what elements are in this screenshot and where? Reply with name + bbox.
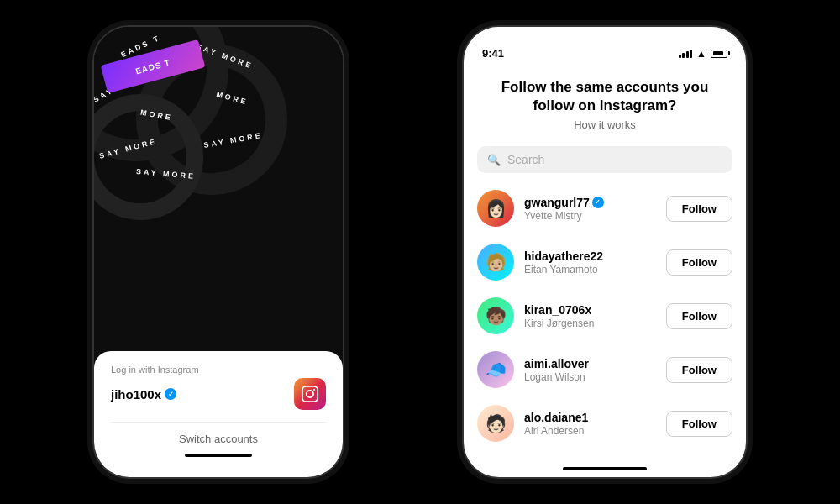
time: 9:41 — [482, 47, 504, 60]
account-username: hidayathere22 — [524, 249, 656, 263]
avatar: 🧒🏽 — [477, 297, 514, 334]
account-display-name: Yvette Mistry — [524, 210, 656, 222]
search-icon: 🔍 — [487, 154, 501, 166]
notch — [571, 32, 638, 39]
account-row: 👩🏻gwangurl77✓Yvette MistryFollow — [464, 181, 746, 235]
account-display-name: Airi Andersen — [524, 425, 656, 437]
username: jiho100x — [111, 387, 161, 402]
follow-header: Follow the same accounts you follow on I… — [464, 63, 746, 138]
avatar: 🧑🏻 — [477, 405, 514, 442]
avatar: 🧢 — [477, 351, 514, 388]
right-phone: 9:41 ▲ Follow the same accounts you foll… — [462, 25, 748, 479]
svg-rect-0 — [302, 386, 318, 402]
account-info: alo.daiane1Airi Andersen — [524, 411, 656, 437]
avatar: 🧑🏼 — [477, 244, 514, 281]
search-bar[interactable]: 🔍 Search — [477, 146, 732, 173]
avatar: 👩🏻 — [477, 190, 514, 227]
login-user: jiho100x ✓ — [111, 378, 326, 410]
account-username: alo.daiane1 — [524, 411, 656, 424]
account-username: aimi.allover — [524, 357, 656, 370]
scene: EADS T SAY MORE MORE SAY MORE SAY MORE M… — [0, 0, 840, 504]
account-info: gwangurl77✓Yvette Mistry — [524, 196, 656, 222]
follow-button[interactable]: Follow — [666, 303, 732, 329]
home-indicator-right — [563, 467, 647, 470]
account-info: kiran_0706xKirsi Jørgensen — [524, 303, 656, 329]
account-display-name: Eitan Yamamoto — [524, 264, 656, 276]
wifi-icon: ▲ — [696, 48, 706, 60]
accounts-list: 👩🏻gwangurl77✓Yvette MistryFollow🧑🏼hidaya… — [464, 181, 746, 460]
home-indicator-left — [185, 454, 252, 457]
account-username: gwangurl77✓ — [524, 196, 656, 209]
switch-accounts[interactable]: Switch accounts — [111, 422, 326, 445]
search-placeholder: Search — [507, 153, 544, 166]
follow-button[interactable]: Follow — [666, 357, 732, 383]
banner-text: EADS T — [134, 57, 171, 76]
account-row: 🧢aimi.alloverLogan WilsonFollow — [464, 343, 746, 396]
follow-title: Follow the same accounts you follow on I… — [484, 78, 726, 115]
follow-button[interactable]: Follow — [666, 249, 732, 276]
verified-badge: ✓ — [165, 388, 176, 400]
login-label: Log in with Instagram — [111, 365, 326, 375]
account-row: 🧒🏽kiran_0706xKirsi JørgensenFollow — [464, 289, 746, 343]
signal-icon — [679, 50, 693, 58]
left-phone-bottom: Log in with Instagram jiho100x ✓ Switch … — [94, 351, 343, 477]
follow-button[interactable]: Follow — [666, 196, 732, 222]
status-bar: 9:41 ▲ — [464, 39, 746, 63]
account-username: kiran_0706x — [524, 303, 656, 317]
how-it-works-link[interactable]: How it works — [484, 118, 726, 131]
account-display-name: Kirsi Jørgensen — [524, 318, 656, 329]
left-phone: EADS T SAY MORE MORE SAY MORE SAY MORE M… — [92, 25, 344, 479]
username-row: jiho100x ✓ — [111, 387, 176, 402]
account-info: aimi.alloverLogan Wilson — [524, 357, 656, 383]
account-row: 🧑🏻alo.daiane1Airi AndersenFollow — [464, 396, 746, 450]
left-phone-top: EADS T SAY MORE MORE SAY MORE SAY MORE M… — [94, 27, 343, 368]
verified-icon: ✓ — [592, 197, 604, 208]
account-info: hidayathere22Eitan Yamamoto — [524, 249, 656, 276]
svg-point-1 — [307, 391, 313, 397]
battery-icon — [711, 50, 727, 58]
instagram-icon — [294, 378, 326, 410]
phone-content: Follow the same accounts you follow on I… — [464, 63, 746, 460]
svg-point-2 — [313, 389, 315, 391]
follow-button[interactable]: Follow — [666, 411, 732, 437]
status-icons: ▲ — [679, 48, 727, 60]
account-row: 🧑🏼hidayathere22Eitan YamamotoFollow — [464, 235, 746, 289]
account-display-name: Logan Wilson — [524, 371, 656, 383]
